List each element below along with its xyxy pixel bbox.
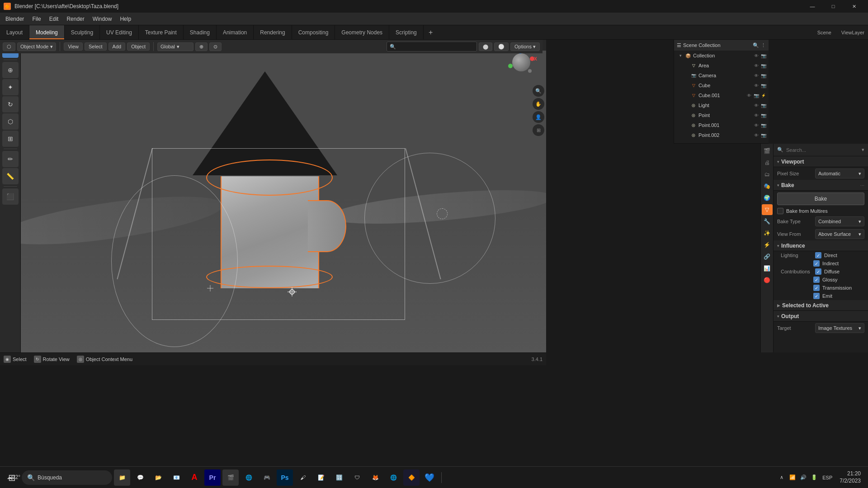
options-btn[interactable]: Options ▾ (510, 42, 540, 51)
outliner-filter-icon[interactable]: 🔍 (753, 42, 759, 48)
point002-vis-icon[interactable]: 👁 (753, 132, 760, 138)
tab-uv-editing[interactable]: UV Editing (100, 25, 139, 39)
cube001-extra-icon[interactable]: ⚡ (760, 92, 767, 99)
close-button[interactable]: ✕ (844, 0, 864, 13)
proportional-btn[interactable]: ⊙ (209, 42, 222, 51)
menu-blender[interactable]: Blender (2, 14, 28, 23)
camera-vis-icon[interactable]: 👁 (753, 72, 760, 79)
cube001-render-icon[interactable]: 📷 (753, 92, 760, 99)
indirect-checkbox[interactable]: ✓ (813, 260, 820, 267)
system-clock[interactable]: 21:20 7/2/2023 (836, 470, 864, 484)
prop-material-icon[interactable]: 🔴 (762, 275, 773, 286)
outliner-item-point001[interactable]: ◎ Point.001 👁 📷 (674, 120, 769, 130)
vis-camera-icon[interactable]: 👁 (753, 52, 760, 59)
object-menu[interactable]: Object (127, 42, 150, 51)
menu-file[interactable]: File (28, 14, 44, 23)
camera-render-icon[interactable]: 📷 (760, 72, 767, 79)
diffuse-checkbox[interactable]: ✓ (815, 268, 821, 275)
tray-expand-icon[interactable]: ∧ (777, 473, 786, 482)
menu-edit[interactable]: Edit (46, 14, 62, 23)
influence-section-header[interactable]: ▾ Influence (774, 240, 868, 251)
taskbar-app-blender-taskbar[interactable]: 🔶 (403, 469, 420, 486)
taskbar-app-vscode[interactable]: 💙 (421, 469, 438, 486)
tab-modeling[interactable]: Modeling (29, 25, 65, 39)
tray-wifi-icon[interactable]: 📶 (788, 473, 797, 482)
area-render-icon[interactable]: 📷 (760, 62, 767, 69)
taskbar-app-teams[interactable]: 💬 (132, 469, 148, 486)
point003-vis-icon[interactable]: 👁 (753, 142, 760, 144)
prop-output-icon[interactable]: 🖨 (762, 157, 773, 168)
taskbar-app-files[interactable]: 📂 (150, 469, 166, 486)
taskbar-app-davinci[interactable]: 🎬 (222, 469, 239, 486)
object-mode-dropdown[interactable]: Object Mode ▾ (17, 42, 56, 51)
gizmo-zoom[interactable]: 👤 (533, 111, 544, 123)
emit-checkbox[interactable]: ✓ (813, 293, 820, 299)
prop-data-icon[interactable]: 📊 (762, 263, 773, 274)
glossy-checkbox[interactable]: ✓ (813, 277, 820, 283)
area-vis-icon[interactable]: 👁 (753, 62, 760, 69)
tool-cursor[interactable]: ⊕ (2, 62, 19, 78)
outliner-item-cube001[interactable]: ▽ Cube.001 👁 📷 ⚡ (674, 90, 769, 100)
cube-render-icon[interactable]: 📷 (760, 82, 767, 89)
tab-geometry-nodes[interactable]: Geometry Nodes (335, 25, 389, 39)
cube001-vis-icon[interactable]: 👁 (746, 92, 752, 99)
tab-rendering[interactable]: Rendering (254, 25, 292, 39)
light-vis-icon[interactable]: 👁 (753, 102, 760, 108)
outliner-item-point002[interactable]: ◎ Point.002 👁 📷 (674, 130, 769, 140)
props-collapse-icon[interactable]: ▾ (862, 147, 864, 153)
transform-global-dropdown[interactable]: Global ▾ (157, 42, 193, 51)
output-target-dropdown[interactable]: Image Textures ▾ (815, 323, 864, 333)
cube-vis-icon[interactable]: 👁 (753, 82, 760, 89)
light-render-icon[interactable]: 📷 (760, 102, 767, 108)
overlay-btn[interactable]: ⬤ (479, 42, 492, 51)
taskbar-app-chrome[interactable]: 🌐 (385, 469, 401, 486)
outliner-item-scene-collection[interactable]: ▾ 📦 Collection 👁 📷 (674, 51, 769, 61)
minimize-button[interactable]: — (802, 0, 823, 13)
tool-add-cube[interactable]: ⬛ (2, 188, 19, 205)
vis-render-icon[interactable]: 📷 (760, 52, 767, 59)
outliner-item-light[interactable]: ◎ Light 👁 📷 (674, 100, 769, 110)
outliner-item-point003[interactable]: ◎ Point.003 👁 📷 (674, 140, 769, 144)
taskbar-app-paint[interactable]: 🖌 (295, 469, 311, 486)
taskbar-app-security[interactable]: 🛡 (349, 469, 365, 486)
output-section-header[interactable]: ▾ Output (774, 311, 868, 322)
bake-multires-checkbox[interactable] (777, 208, 783, 214)
bake-button[interactable]: Bake (777, 192, 864, 205)
snap-btn[interactable]: ⊕ (195, 42, 208, 51)
prop-object-icon[interactable]: ▽ (762, 204, 773, 215)
shading-btn[interactable]: ⚪ (494, 42, 509, 51)
taskbar-app-game[interactable]: 🎮 (259, 469, 275, 486)
gizmo-camera[interactable]: ⊞ (533, 124, 544, 136)
viewport-section-header[interactable]: ▾ Viewport (774, 156, 868, 167)
add-menu[interactable]: Add (108, 42, 126, 51)
prop-render-icon[interactable]: 🎬 (762, 145, 773, 156)
menu-render[interactable]: Render (63, 14, 88, 23)
gizmo-pan[interactable]: ✋ (533, 98, 544, 110)
tab-compositing[interactable]: Compositing (292, 25, 335, 39)
gizmo-perspective[interactable]: 🔍 (533, 85, 544, 97)
tab-layout[interactable]: Layout (0, 25, 29, 39)
prop-world-icon[interactable]: 🌍 (762, 192, 773, 203)
outliner-options-icon[interactable]: ⋮ (761, 42, 766, 48)
tool-move[interactable]: ✦ (2, 79, 19, 95)
point001-vis-icon[interactable]: 👁 (753, 122, 760, 128)
transmission-checkbox[interactable]: ✓ (813, 285, 820, 291)
taskbar-app-acrobat[interactable]: A (186, 469, 203, 486)
point-render-icon[interactable]: 📷 (760, 112, 767, 118)
outliner-item-area[interactable]: ▽ Area 👁 📷 (674, 61, 769, 70)
prop-constraints-icon[interactable]: 🔗 (762, 251, 773, 262)
view-menu[interactable]: View (64, 42, 83, 51)
viewport-3d[interactable]: User Perspective (1) Collection | Torus … (21, 40, 546, 352)
outliner-item-cube[interactable]: ▽ Cube 👁 📷 (674, 80, 769, 90)
prop-scene-icon[interactable]: 🎭 (762, 181, 773, 192)
maximize-button[interactable]: □ (823, 0, 844, 13)
taskbar-app-premiere[interactable]: Pr (204, 469, 221, 486)
point-vis-icon[interactable]: 👁 (753, 112, 760, 118)
tool-scale[interactable]: ⬡ (2, 113, 19, 130)
taskbar-app-photoshop[interactable]: Ps (277, 469, 293, 486)
outliner-item-point[interactable]: ◎ Point 👁 📷 (674, 110, 769, 120)
tool-measure[interactable]: 📏 (2, 168, 19, 184)
taskbar-app-fileexplorer[interactable]: 📁 (114, 469, 130, 486)
tab-sculpting[interactable]: Sculpting (65, 25, 100, 39)
tool-transform[interactable]: ⊞ (2, 131, 19, 147)
